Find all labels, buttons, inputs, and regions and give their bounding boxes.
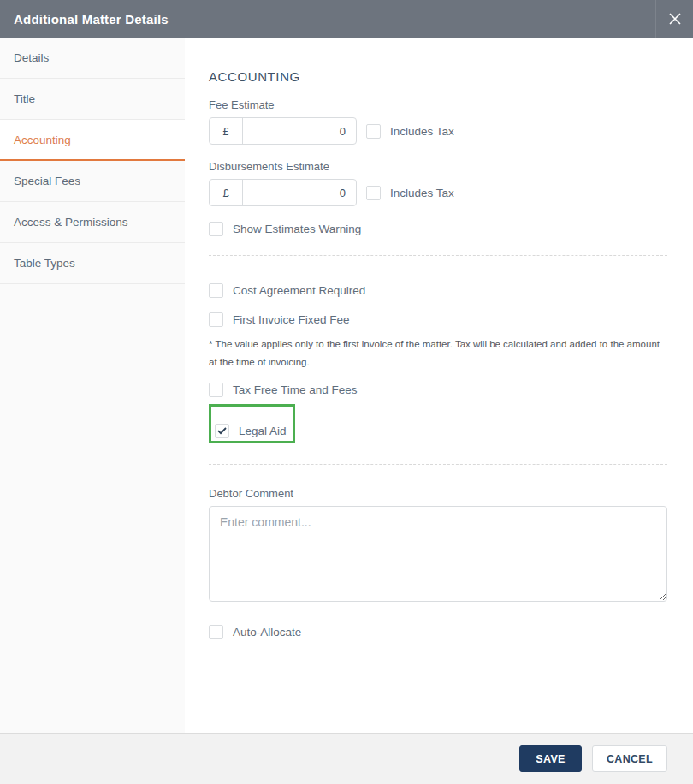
- sidebar-item-table-types[interactable]: Table Types: [0, 243, 185, 284]
- checkbox-label: Includes Tax: [390, 187, 454, 199]
- fee-estimate-label: Fee Estimate: [209, 98, 667, 111]
- checkbox-icon[interactable]: [366, 124, 381, 139]
- modal-body: Details Title Accounting Special Fees Ac…: [0, 38, 693, 733]
- checkbox-label: Cost Agreement Required: [233, 284, 365, 297]
- disbursements-estimate-label: Disbursements Estimate: [209, 160, 667, 173]
- checkbox-icon[interactable]: [209, 625, 223, 639]
- sidebar-item-label: Table Types: [14, 257, 75, 270]
- sidebar-item-label: Title: [14, 92, 35, 105]
- legal-aid-row: Legal Aid: [209, 404, 667, 443]
- sidebar-item-label: Access & Permissions: [14, 216, 128, 229]
- section-divider: [209, 255, 667, 256]
- disbursements-estimate-row: £ Includes Tax: [209, 179, 667, 206]
- sidebar-item-special-fees[interactable]: Special Fees: [0, 161, 185, 202]
- fee-estimate-row: £ Includes Tax: [209, 117, 667, 145]
- sidebar-nav: Details Title Accounting Special Fees Ac…: [0, 38, 185, 733]
- sidebar-item-details[interactable]: Details: [0, 38, 185, 79]
- disbursements-estimate-input[interactable]: [243, 180, 356, 205]
- sidebar-item-label: Accounting: [14, 134, 71, 146]
- modal-header: Additional Matter Details: [0, 0, 693, 38]
- first-invoice-fixed-fee-checkbox-row[interactable]: First Invoice Fixed Fee: [209, 312, 667, 327]
- checkbox-icon[interactable]: [209, 383, 223, 397]
- billing-options-block: Cost Agreement Required First Invoice Fi…: [209, 283, 667, 443]
- additional-matter-details-modal: Additional Matter Details Details Title …: [0, 0, 693, 784]
- checkbox-icon[interactable]: [209, 312, 223, 327]
- checkbox-icon[interactable]: [209, 283, 223, 298]
- first-invoice-footnote: * The value applies only to the first in…: [209, 336, 667, 372]
- fee-estimate-input[interactable]: [243, 118, 356, 144]
- checkbox-checked-icon[interactable]: [215, 424, 229, 438]
- save-button[interactable]: SAVE: [519, 745, 582, 772]
- disbursements-includes-tax-checkbox-row[interactable]: Includes Tax: [366, 186, 454, 200]
- disbursements-estimate-input-group: £: [209, 179, 357, 206]
- modal-title: Additional Matter Details: [0, 12, 169, 27]
- fee-estimate-input-group: £: [209, 117, 357, 145]
- accounting-panel: ACCOUNTING Fee Estimate £ Includes Tax D…: [185, 38, 693, 733]
- cost-agreement-required-checkbox-row[interactable]: Cost Agreement Required: [209, 283, 667, 298]
- show-estimates-warning-checkbox-row[interactable]: Show Estimates Warning: [209, 222, 667, 236]
- currency-symbol: £: [210, 180, 243, 205]
- debtor-comment-textarea[interactable]: [209, 506, 667, 602]
- section-title: ACCOUNTING: [209, 69, 667, 84]
- checkbox-label: Includes Tax: [390, 125, 454, 138]
- checkbox-label: First Invoice Fixed Fee: [233, 313, 350, 326]
- tax-free-time-fees-checkbox-row[interactable]: Tax Free Time and Fees: [209, 383, 667, 397]
- checkbox-label: Show Estimates Warning: [233, 223, 361, 235]
- close-icon: [669, 13, 681, 25]
- sidebar-item-access-permissions[interactable]: Access & Permissions: [0, 202, 185, 243]
- sidebar-item-label: Special Fees: [14, 175, 80, 187]
- legal-aid-highlight-box: Legal Aid: [209, 404, 295, 443]
- fee-includes-tax-checkbox-row[interactable]: Includes Tax: [366, 124, 454, 139]
- currency-symbol: £: [210, 118, 243, 144]
- debtor-comment-label: Debtor Comment: [209, 487, 667, 500]
- modal-footer: SAVE CANCEL: [0, 733, 693, 784]
- checkbox-label: Auto-Allocate: [233, 626, 301, 638]
- checkbox-label: Tax Free Time and Fees: [233, 383, 358, 396]
- section-divider: [209, 464, 667, 465]
- checkbox-icon[interactable]: [366, 186, 381, 200]
- sidebar-item-title[interactable]: Title: [0, 79, 185, 120]
- close-button[interactable]: [655, 0, 693, 38]
- cancel-button[interactable]: CANCEL: [592, 745, 667, 772]
- legal-aid-checkbox-row[interactable]: Legal Aid: [215, 424, 287, 438]
- checkbox-label: Legal Aid: [239, 425, 287, 437]
- auto-allocate-checkbox-row[interactable]: Auto-Allocate: [209, 625, 667, 639]
- sidebar-item-accounting[interactable]: Accounting: [0, 120, 185, 161]
- checkbox-icon[interactable]: [209, 222, 223, 236]
- sidebar-item-label: Details: [14, 51, 49, 64]
